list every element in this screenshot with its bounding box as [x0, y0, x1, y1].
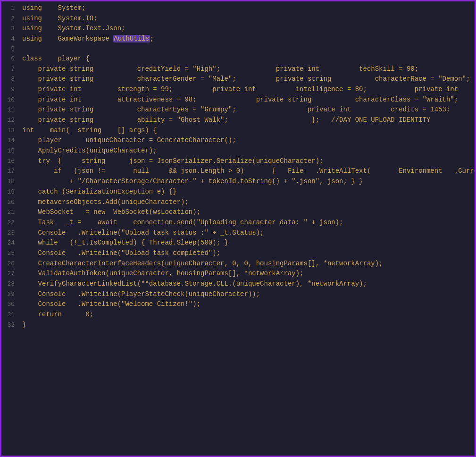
code-line-21: 21 WebSocket = new WebSocket(wsLocation)…	[1, 207, 475, 218]
line-number: 17	[1, 167, 15, 176]
line-text: ApplyCredits(uniqueCharacter);	[22, 146, 471, 156]
line-text: player uniqueCharacter = GenerateCharact…	[22, 135, 471, 146]
code-line-25: 25 Console .Writeline("Upload task compl…	[1, 248, 475, 259]
highlighted-text: AuthUtils	[113, 35, 150, 42]
line-text: + "/CharacterStorage/Character-" + token…	[22, 177, 471, 187]
code-line-17: 17 if (json != null && json.Length > 0) …	[1, 166, 475, 177]
line-text: Console .Writeline(PlayerStateCheck(uniq…	[22, 289, 471, 300]
line-text: Console .Writeline("Upload task complete…	[22, 248, 471, 259]
line-number: 26	[1, 259, 15, 269]
code-line-12: 12 private string ability = "Ghost Walk"…	[1, 115, 475, 126]
line-text: catch (SerializationException e) {}	[22, 187, 471, 197]
line-number: 8	[1, 75, 15, 84]
line-number: 13	[1, 126, 15, 135]
line-number: 2	[1, 14, 15, 24]
line-text: private string creditYield = "High"; pri…	[22, 64, 471, 75]
line-number: 4	[1, 34, 15, 44]
line-text: private string characterGender = "Male";…	[22, 74, 471, 85]
line-text: using System.IO;	[22, 14, 471, 24]
code-line-32: 32}	[1, 320, 475, 330]
line-number: 9	[1, 85, 15, 94]
line-text: return 0;	[22, 310, 471, 320]
code-line-4: 4using GameWorkspace AuthUtils;	[1, 34, 475, 44]
code-line-31: 31 return 0;	[1, 310, 475, 320]
line-number: 3	[1, 24, 15, 34]
code-line-29: 29 Console .Writeline(PlayerStateCheck(u…	[1, 289, 475, 300]
line-text: while (!_t.IsCompleted) { Thread.Sleep(5…	[22, 238, 471, 248]
line-number: 29	[1, 290, 15, 299]
line-number: 25	[1, 249, 15, 258]
line-number: 20	[1, 198, 15, 207]
code-line-18: 18 + "/CharacterStorage/Character-" + to…	[1, 177, 475, 187]
code-line-10: 10 private int attractiveness = 98; priv…	[1, 95, 475, 105]
line-number: 18	[1, 177, 15, 186]
code-line-13: 13int main( string [] args) {	[1, 126, 475, 136]
line-number: 16	[1, 157, 15, 166]
line-text: using System;	[22, 3, 471, 14]
line-number: 12	[1, 116, 15, 125]
line-number: 10	[1, 95, 15, 105]
line-text: Task _t = await connection.send("Uploadi…	[22, 218, 471, 228]
line-text: Console .Writeline("Upload task status :…	[22, 228, 471, 238]
line-number: 30	[1, 300, 15, 309]
line-text: }	[22, 320, 471, 330]
code-line-5: 5	[1, 44, 475, 54]
line-text: WebSocket = new WebSocket(wsLocation);	[22, 207, 471, 218]
line-text: VerifyCharacterLinkedList(**database.Sto…	[22, 279, 471, 289]
code-line-20: 20 metaverseObjects.Add(uniqueCharacter)…	[1, 197, 475, 208]
line-number: 31	[1, 310, 15, 320]
code-line-30: 30 Console .Writeline("Welcome Citizen!"…	[1, 299, 475, 310]
line-text: private int strength = 99; private int i…	[22, 85, 476, 95]
code-line-8: 8 private string characterGender = "Male…	[1, 74, 475, 85]
line-number: 24	[1, 238, 15, 248]
line-number: 22	[1, 218, 15, 228]
code-line-6: 6class player {	[1, 54, 475, 64]
line-text: int main( string [] args) {	[22, 126, 471, 136]
line-number: 7	[1, 65, 15, 74]
line-number: 14	[1, 136, 15, 145]
code-line-23: 23 Console .Writeline("Upload task statu…	[1, 228, 475, 238]
line-number: 15	[1, 146, 15, 156]
line-number: 11	[1, 105, 15, 115]
line-number: 21	[1, 208, 15, 217]
code-editor: 1using System;2using System.IO;3using Sy…	[1, 1, 475, 332]
code-line-3: 3using System.Text.Json;	[1, 24, 475, 34]
line-number: 19	[1, 187, 15, 197]
line-text: using GameWorkspace AuthUtils;	[22, 34, 471, 44]
line-text: try { string json = JsonSerializer.Seria…	[22, 156, 471, 167]
code-line-22: 22 Task _t = await connection.send("Uplo…	[1, 218, 475, 228]
line-text: Console .Writeline("Welcome Citizen!");	[22, 299, 471, 310]
code-line-7: 7 private string creditYield = "High"; p…	[1, 64, 475, 75]
line-text: private string ability = "Ghost Walk"; }…	[22, 115, 471, 126]
code-line-1: 1using System;	[1, 3, 475, 14]
line-text: using System.Text.Json;	[22, 24, 471, 34]
code-line-27: 27 ValidateAuthToken(uniqueCharacter, ho…	[1, 269, 475, 279]
line-number: 23	[1, 228, 15, 238]
line-text: CreateCharacterInterfaceHeaders(uniqueCh…	[22, 259, 471, 269]
code-line-28: 28 VerifyCharacterLinkedList(**database.…	[1, 279, 475, 289]
code-line-14: 14 player uniqueCharacter = GenerateChar…	[1, 135, 475, 146]
code-line-2: 2using System.IO;	[1, 14, 475, 24]
line-number: 1	[1, 4, 15, 13]
line-number: 28	[1, 279, 15, 289]
line-number: 27	[1, 269, 15, 279]
code-line-26: 26 CreateCharacterInterfaceHeaders(uniqu…	[1, 259, 475, 269]
line-number: 32	[1, 321, 15, 330]
code-line-24: 24 while (!_t.IsCompleted) { Thread.Slee…	[1, 238, 475, 248]
code-line-19: 19 catch (SerializationException e) {}	[1, 187, 475, 197]
code-line-15: 15 ApplyCredits(uniqueCharacter);	[1, 146, 475, 156]
code-line-16: 16 try { string json = JsonSerializer.Se…	[1, 156, 475, 167]
line-text: private string characterEyes = "Grumpy";…	[22, 105, 471, 115]
code-line-9: 9 private int strength = 99; private int…	[1, 85, 475, 95]
line-number: 5	[1, 44, 15, 54]
code-line-11: 11 private string characterEyes = "Grump…	[1, 105, 475, 115]
line-text: ValidateAuthToken(uniqueCharacter, housi…	[22, 269, 471, 279]
line-text: class player {	[22, 54, 471, 64]
line-number: 6	[1, 54, 15, 64]
line-text: private int attractiveness = 98; private…	[22, 95, 471, 105]
line-text: metaverseObjects.Add(uniqueCharacter);	[22, 197, 471, 208]
line-text: if (json != null && json.Length > 0) { F…	[22, 166, 476, 177]
